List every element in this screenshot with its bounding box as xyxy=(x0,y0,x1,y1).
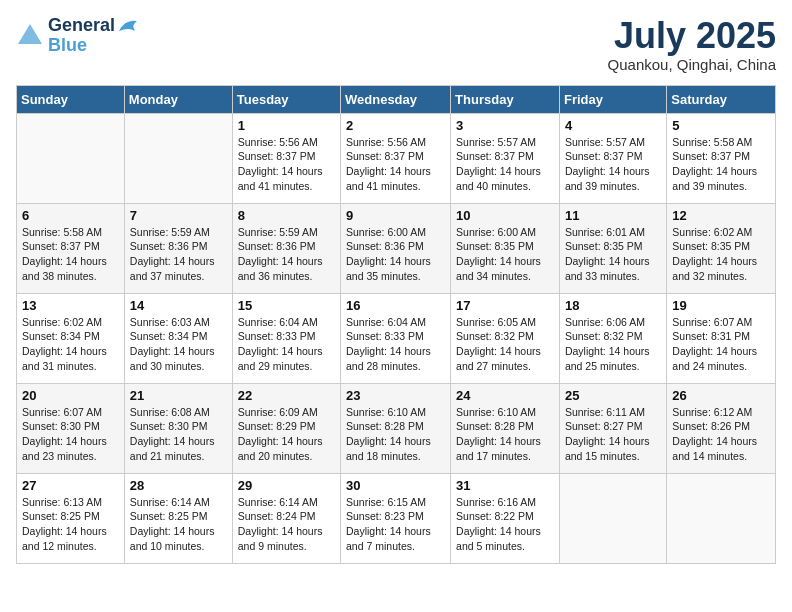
day-info: Sunrise: 5:58 AMSunset: 8:37 PMDaylight:… xyxy=(672,135,770,194)
calendar-week-row: 20Sunrise: 6:07 AMSunset: 8:30 PMDayligh… xyxy=(17,383,776,473)
day-info: Sunrise: 5:57 AMSunset: 8:37 PMDaylight:… xyxy=(565,135,661,194)
day-info: Sunrise: 6:06 AMSunset: 8:32 PMDaylight:… xyxy=(565,315,661,374)
day-info: Sunrise: 6:12 AMSunset: 8:26 PMDaylight:… xyxy=(672,405,770,464)
day-info: Sunrise: 6:10 AMSunset: 8:28 PMDaylight:… xyxy=(456,405,554,464)
day-info: Sunrise: 5:58 AMSunset: 8:37 PMDaylight:… xyxy=(22,225,119,284)
day-info: Sunrise: 5:56 AMSunset: 8:37 PMDaylight:… xyxy=(238,135,335,194)
calendar-cell: 2Sunrise: 5:56 AMSunset: 8:37 PMDaylight… xyxy=(341,113,451,203)
day-info: Sunrise: 6:03 AMSunset: 8:34 PMDaylight:… xyxy=(130,315,227,374)
logo-icon xyxy=(16,22,44,50)
calendar-cell xyxy=(559,473,666,563)
calendar-cell: 28Sunrise: 6:14 AMSunset: 8:25 PMDayligh… xyxy=(124,473,232,563)
day-info: Sunrise: 6:02 AMSunset: 8:34 PMDaylight:… xyxy=(22,315,119,374)
day-number: 17 xyxy=(456,298,554,313)
calendar-cell: 6Sunrise: 5:58 AMSunset: 8:37 PMDaylight… xyxy=(17,203,125,293)
calendar-cell: 8Sunrise: 5:59 AMSunset: 8:36 PMDaylight… xyxy=(232,203,340,293)
weekday-header: Friday xyxy=(559,85,666,113)
day-number: 7 xyxy=(130,208,227,223)
day-number: 24 xyxy=(456,388,554,403)
weekday-header: Tuesday xyxy=(232,85,340,113)
day-number: 14 xyxy=(130,298,227,313)
page-header: General Blue July 2025 Quankou, Qinghai,… xyxy=(16,16,776,73)
day-info: Sunrise: 6:08 AMSunset: 8:30 PMDaylight:… xyxy=(130,405,227,464)
day-info: Sunrise: 5:59 AMSunset: 8:36 PMDaylight:… xyxy=(238,225,335,284)
day-number: 27 xyxy=(22,478,119,493)
calendar-cell: 1Sunrise: 5:56 AMSunset: 8:37 PMDaylight… xyxy=(232,113,340,203)
day-number: 19 xyxy=(672,298,770,313)
calendar-cell: 13Sunrise: 6:02 AMSunset: 8:34 PMDayligh… xyxy=(17,293,125,383)
day-number: 2 xyxy=(346,118,445,133)
day-info: Sunrise: 6:13 AMSunset: 8:25 PMDaylight:… xyxy=(22,495,119,554)
calendar-header-row: SundayMondayTuesdayWednesdayThursdayFrid… xyxy=(17,85,776,113)
logo-bird-icon xyxy=(117,17,139,35)
calendar-cell: 22Sunrise: 6:09 AMSunset: 8:29 PMDayligh… xyxy=(232,383,340,473)
weekday-header: Monday xyxy=(124,85,232,113)
day-info: Sunrise: 6:01 AMSunset: 8:35 PMDaylight:… xyxy=(565,225,661,284)
day-info: Sunrise: 6:02 AMSunset: 8:35 PMDaylight:… xyxy=(672,225,770,284)
day-info: Sunrise: 6:15 AMSunset: 8:23 PMDaylight:… xyxy=(346,495,445,554)
calendar-cell: 7Sunrise: 5:59 AMSunset: 8:36 PMDaylight… xyxy=(124,203,232,293)
day-number: 10 xyxy=(456,208,554,223)
calendar-cell: 26Sunrise: 6:12 AMSunset: 8:26 PMDayligh… xyxy=(667,383,776,473)
day-number: 29 xyxy=(238,478,335,493)
calendar-week-row: 27Sunrise: 6:13 AMSunset: 8:25 PMDayligh… xyxy=(17,473,776,563)
logo-text: General xyxy=(48,16,139,36)
day-info: Sunrise: 5:56 AMSunset: 8:37 PMDaylight:… xyxy=(346,135,445,194)
month-title: July 2025 xyxy=(608,16,776,56)
calendar-cell xyxy=(667,473,776,563)
day-number: 15 xyxy=(238,298,335,313)
day-info: Sunrise: 5:57 AMSunset: 8:37 PMDaylight:… xyxy=(456,135,554,194)
calendar-cell: 17Sunrise: 6:05 AMSunset: 8:32 PMDayligh… xyxy=(451,293,560,383)
day-number: 18 xyxy=(565,298,661,313)
calendar-cell: 12Sunrise: 6:02 AMSunset: 8:35 PMDayligh… xyxy=(667,203,776,293)
day-info: Sunrise: 6:14 AMSunset: 8:25 PMDaylight:… xyxy=(130,495,227,554)
calendar-cell: 19Sunrise: 6:07 AMSunset: 8:31 PMDayligh… xyxy=(667,293,776,383)
calendar-cell xyxy=(124,113,232,203)
calendar-cell: 14Sunrise: 6:03 AMSunset: 8:34 PMDayligh… xyxy=(124,293,232,383)
calendar-cell: 21Sunrise: 6:08 AMSunset: 8:30 PMDayligh… xyxy=(124,383,232,473)
day-number: 28 xyxy=(130,478,227,493)
day-info: Sunrise: 6:04 AMSunset: 8:33 PMDaylight:… xyxy=(238,315,335,374)
day-number: 3 xyxy=(456,118,554,133)
day-number: 30 xyxy=(346,478,445,493)
calendar-cell: 9Sunrise: 6:00 AMSunset: 8:36 PMDaylight… xyxy=(341,203,451,293)
day-info: Sunrise: 6:16 AMSunset: 8:22 PMDaylight:… xyxy=(456,495,554,554)
calendar-cell: 27Sunrise: 6:13 AMSunset: 8:25 PMDayligh… xyxy=(17,473,125,563)
logo-blue-text: Blue xyxy=(48,36,139,56)
day-info: Sunrise: 6:14 AMSunset: 8:24 PMDaylight:… xyxy=(238,495,335,554)
calendar-cell: 29Sunrise: 6:14 AMSunset: 8:24 PMDayligh… xyxy=(232,473,340,563)
day-number: 23 xyxy=(346,388,445,403)
title-block: July 2025 Quankou, Qinghai, China xyxy=(608,16,776,73)
calendar-table: SundayMondayTuesdayWednesdayThursdayFrid… xyxy=(16,85,776,564)
day-info: Sunrise: 6:11 AMSunset: 8:27 PMDaylight:… xyxy=(565,405,661,464)
calendar-week-row: 13Sunrise: 6:02 AMSunset: 8:34 PMDayligh… xyxy=(17,293,776,383)
day-number: 6 xyxy=(22,208,119,223)
day-info: Sunrise: 6:09 AMSunset: 8:29 PMDaylight:… xyxy=(238,405,335,464)
calendar-cell: 5Sunrise: 5:58 AMSunset: 8:37 PMDaylight… xyxy=(667,113,776,203)
day-info: Sunrise: 6:05 AMSunset: 8:32 PMDaylight:… xyxy=(456,315,554,374)
day-number: 16 xyxy=(346,298,445,313)
calendar-cell: 20Sunrise: 6:07 AMSunset: 8:30 PMDayligh… xyxy=(17,383,125,473)
calendar-cell: 24Sunrise: 6:10 AMSunset: 8:28 PMDayligh… xyxy=(451,383,560,473)
calendar-cell xyxy=(17,113,125,203)
day-number: 5 xyxy=(672,118,770,133)
calendar-cell: 25Sunrise: 6:11 AMSunset: 8:27 PMDayligh… xyxy=(559,383,666,473)
calendar-week-row: 1Sunrise: 5:56 AMSunset: 8:37 PMDaylight… xyxy=(17,113,776,203)
day-number: 21 xyxy=(130,388,227,403)
weekday-header: Sunday xyxy=(17,85,125,113)
calendar-cell: 3Sunrise: 5:57 AMSunset: 8:37 PMDaylight… xyxy=(451,113,560,203)
day-number: 26 xyxy=(672,388,770,403)
calendar-cell: 4Sunrise: 5:57 AMSunset: 8:37 PMDaylight… xyxy=(559,113,666,203)
day-number: 4 xyxy=(565,118,661,133)
day-number: 25 xyxy=(565,388,661,403)
calendar-cell: 23Sunrise: 6:10 AMSunset: 8:28 PMDayligh… xyxy=(341,383,451,473)
day-number: 12 xyxy=(672,208,770,223)
day-info: Sunrise: 6:04 AMSunset: 8:33 PMDaylight:… xyxy=(346,315,445,374)
day-number: 31 xyxy=(456,478,554,493)
day-number: 9 xyxy=(346,208,445,223)
calendar-week-row: 6Sunrise: 5:58 AMSunset: 8:37 PMDaylight… xyxy=(17,203,776,293)
calendar-cell: 16Sunrise: 6:04 AMSunset: 8:33 PMDayligh… xyxy=(341,293,451,383)
calendar-cell: 30Sunrise: 6:15 AMSunset: 8:23 PMDayligh… xyxy=(341,473,451,563)
day-number: 22 xyxy=(238,388,335,403)
day-info: Sunrise: 6:10 AMSunset: 8:28 PMDaylight:… xyxy=(346,405,445,464)
